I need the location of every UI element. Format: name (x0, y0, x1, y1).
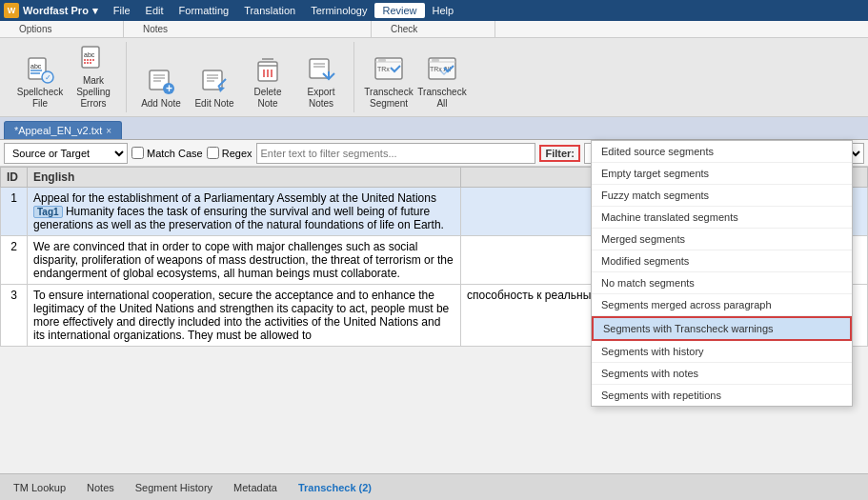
svg-text:abc: abc (30, 63, 42, 70)
segment-text-1b: Humanity faces the task of ensuring the … (33, 205, 444, 231)
app-name-label: Wordfast Pro (23, 5, 89, 16)
bottom-tab-notes[interactable]: Notes (77, 479, 124, 496)
menu-bar: W Wordfast Pro ▾ File Edit Formatting Tr… (0, 0, 868, 21)
segment-english-2[interactable]: We are convinced that in order to cope w… (28, 236, 461, 285)
svg-text:+: + (166, 82, 172, 95)
delete-note-label: Delete Note (246, 87, 290, 110)
segment-id-3: 3 (1, 285, 28, 347)
mark-spelling-errors-label: Mark Spelling Errors (71, 75, 115, 110)
segment-id-2: 2 (1, 236, 28, 285)
filter-transcheck-warnings[interactable]: Segments with Transcheck warnings (592, 316, 852, 341)
match-case-label: Match Case (147, 148, 203, 159)
bottom-tab-segment-history[interactable]: Segment History (126, 479, 222, 496)
search-input[interactable] (256, 143, 536, 164)
transcheck-all-label: Transcheck All (417, 87, 466, 110)
segment-english-3[interactable]: To ensure international cooperation, sec… (28, 285, 461, 347)
segment-text-2: We are convinced that in order to cope w… (33, 240, 454, 280)
menu-terminology[interactable]: Terminology (303, 3, 374, 18)
ribbon-section-check: TRx Transcheck Segment TRx All (356, 42, 474, 112)
edit-note-label: Edit Note (194, 98, 233, 110)
tag-box-1: Tag1 (33, 206, 63, 218)
delete-note-icon (252, 54, 283, 85)
spellcheck-file-icon: abc ✓ (25, 54, 55, 85)
bottom-tab-transcheck[interactable]: Transcheck (2) (289, 479, 381, 496)
filter-history[interactable]: Segments with history (592, 341, 852, 363)
filter-label: Filter: (539, 145, 580, 162)
segment-text-3: To ensure international cooperation, sec… (33, 289, 449, 342)
filter-empty-target[interactable]: Empty target segments (592, 163, 852, 185)
menu-file[interactable]: File (106, 3, 138, 18)
svg-marker-21 (218, 87, 225, 92)
doc-tabs: *Appeal_EN_v2.txt × (0, 117, 868, 140)
transcheck-all-button[interactable]: TRx All Transcheck All (417, 51, 467, 112)
source-target-select[interactable]: Source or Target Source Target (4, 143, 128, 164)
col-header-id: ID (1, 168, 28, 188)
bottom-tab-tm-lookup[interactable]: TM Lookup (4, 479, 75, 496)
filter-notes[interactable]: Segments with notes (592, 363, 852, 385)
app-logo: W (4, 3, 19, 18)
ribbon-group-check: Check (372, 21, 495, 37)
menu-review[interactable]: Review (374, 3, 424, 18)
delete-note-button[interactable]: Delete Note (243, 51, 293, 112)
edit-note-button[interactable]: Edit Note (190, 63, 239, 112)
add-note-label: Add Note (141, 98, 181, 110)
export-notes-label: Export Notes (299, 87, 343, 110)
app-name: W Wordfast Pro ▾ (4, 3, 98, 18)
ribbon-section-options: abc ✓ Spellcheck File abc (8, 42, 127, 112)
filter-modified[interactable]: Modified segments (592, 250, 852, 272)
menu-translation[interactable]: Translation (236, 3, 303, 18)
transcheck-segment-label: Transcheck Segment (364, 87, 413, 110)
regex-label: Regex (222, 148, 252, 159)
bottom-tab-metadata[interactable]: Metadata (224, 479, 287, 496)
transcheck-segment-icon: TRx (373, 54, 404, 85)
ribbon: Options Notes Check abc ✓ Spellcheck Fil… (0, 21, 868, 117)
menu-edit[interactable]: Edit (138, 3, 172, 18)
filter-fuzzy-match[interactable]: Fuzzy match segments (592, 185, 852, 207)
doc-tab-close[interactable]: × (106, 126, 111, 136)
export-notes-button[interactable]: Export Notes (296, 51, 346, 112)
doc-tab-name: *Appeal_EN_v2.txt (14, 125, 102, 136)
regex-group: Regex (207, 147, 252, 159)
app-dropdown-arrow[interactable]: ▾ (92, 5, 98, 17)
ribbon-group-options: Options (0, 21, 124, 37)
ribbon-group-labels: Options Notes Check (0, 21, 868, 38)
spellcheck-file-button[interactable]: abc ✓ Spellcheck File (15, 51, 65, 112)
filter-merged-paragraph[interactable]: Segments merged across paragraph (592, 294, 852, 316)
filter-merged[interactable]: Merged segments (592, 229, 852, 250)
menu-help[interactable]: Help (425, 3, 462, 18)
filter-no-match[interactable]: No match segments (592, 272, 852, 294)
ribbon-section-notes: + Add Note Edit Note (129, 42, 354, 112)
bottom-bar: TM Lookup Notes Segment History Metadata… (0, 473, 868, 500)
edit-note-icon (199, 66, 230, 96)
ribbon-buttons: abc ✓ Spellcheck File abc (0, 38, 868, 116)
doc-tab-appeal[interactable]: *Appeal_EN_v2.txt × (4, 121, 122, 139)
regex-checkbox[interactable] (207, 147, 219, 159)
svg-rect-38 (432, 59, 439, 62)
special-filter-dropdown: Edited source segments Empty target segm… (591, 140, 853, 407)
filter-edited-source[interactable]: Edited source segments (592, 141, 852, 163)
svg-text:TRx: TRx (377, 66, 390, 72)
transcheck-segment-button[interactable]: TRx Transcheck Segment (364, 51, 414, 112)
filter-bar-outer: Source or Target Source Target Match Cas… (0, 140, 868, 167)
filter-machine-translated[interactable]: Machine translated segments (592, 207, 852, 229)
filter-repetitions[interactable]: Segments with repetitions (592, 385, 852, 406)
svg-text:abc: abc (84, 51, 95, 58)
segment-english-1[interactable]: Appeal for the establishment of a Parlia… (28, 188, 461, 236)
ribbon-group-notes: Notes (124, 21, 372, 37)
mark-spelling-errors-button[interactable]: abc Mark Spelling Errors (69, 40, 118, 112)
transcheck-all-icon: TRx All (427, 54, 457, 85)
spellcheck-file-label: Spellcheck File (17, 87, 63, 110)
col-header-english: English (28, 168, 461, 188)
match-case-checkbox[interactable] (131, 147, 144, 159)
menu-formatting[interactable]: Formatting (172, 3, 237, 18)
svg-text:✓: ✓ (45, 73, 51, 82)
svg-rect-34 (378, 59, 386, 62)
add-note-button[interactable]: + Add Note (136, 63, 186, 112)
segment-text-1: Appeal for the establishment of a Parlia… (33, 191, 436, 205)
add-note-icon: + (146, 66, 176, 96)
match-case-group: Match Case (131, 147, 203, 159)
mark-spelling-errors-icon: abc (78, 43, 109, 73)
export-notes-icon (306, 54, 336, 85)
segment-id-1: 1 (1, 188, 28, 236)
